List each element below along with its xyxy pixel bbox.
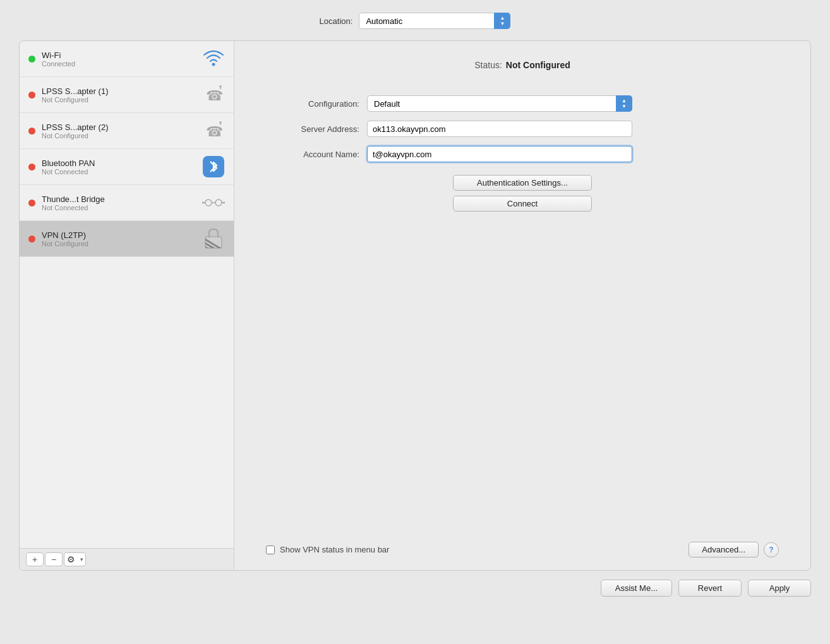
revert-button[interactable]: Revert bbox=[678, 580, 742, 597]
account-name-control bbox=[367, 146, 632, 162]
configuration-label: Configuration: bbox=[266, 99, 367, 109]
vpn-lock-icon bbox=[202, 227, 225, 250]
network-name-thunderbolt: Thunde...t Bridge bbox=[42, 194, 196, 204]
sidebar-item-lpss1[interactable]: LPSS S...apter (1) Not Configured ☎ bbox=[20, 77, 234, 113]
phone-icon-2: ☎ bbox=[202, 119, 225, 142]
status-dot-lpss1 bbox=[28, 92, 35, 98]
status-value: Not Configured bbox=[506, 60, 570, 70]
thunderbolt-icon bbox=[202, 191, 225, 214]
sidebar: Wi-Fi Connected LPSS S...a bbox=[20, 41, 234, 570]
status-dot-lpss2 bbox=[28, 128, 35, 134]
top-bar: Location: Automatic Home Work Custom ▲ ▼ bbox=[19, 13, 811, 29]
server-address-row: Server Address: bbox=[266, 121, 779, 137]
footer-buttons: Assist Me... Revert Apply bbox=[19, 571, 811, 599]
svg-text:☎: ☎ bbox=[206, 88, 223, 104]
svg-text:☎: ☎ bbox=[206, 124, 223, 140]
network-status-vpn: Not Configured bbox=[42, 240, 196, 247]
action-buttons: Authentication Settings... Connect bbox=[266, 175, 779, 212]
sidebar-item-lpss2[interactable]: LPSS S...apter (2) Not Configured ☎ bbox=[20, 113, 234, 149]
apply-button[interactable]: Apply bbox=[748, 580, 811, 597]
network-status-thunderbolt: Not Connected bbox=[42, 204, 196, 212]
gear-arrow-icon: ▾ bbox=[78, 556, 85, 563]
show-vpn-row: Show VPN status in menu bar bbox=[266, 545, 389, 554]
show-vpn-label: Show VPN status in menu bar bbox=[280, 545, 389, 554]
help-button[interactable]: ? bbox=[764, 542, 779, 558]
configuration-select[interactable]: Default Custom bbox=[367, 95, 632, 112]
configuration-select-wrapper[interactable]: Default Custom ▲ ▼ bbox=[367, 95, 632, 112]
bluetooth-icon bbox=[202, 155, 225, 178]
server-address-control bbox=[367, 121, 632, 137]
wifi-icon bbox=[202, 47, 225, 70]
add-network-button[interactable]: + bbox=[26, 552, 44, 566]
show-vpn-checkbox[interactable] bbox=[266, 546, 275, 554]
status-dot-wifi bbox=[28, 56, 35, 63]
sidebar-item-wifi[interactable]: Wi-Fi Connected bbox=[20, 41, 234, 77]
svg-point-7 bbox=[205, 200, 212, 206]
svg-point-13 bbox=[202, 202, 204, 204]
phone-icon-1: ☎ bbox=[202, 83, 225, 106]
server-address-label: Server Address: bbox=[266, 124, 367, 134]
account-name-label: Account Name: bbox=[266, 150, 367, 159]
main-container: Wi-Fi Connected LPSS S...a bbox=[19, 40, 811, 571]
network-status-wifi: Connected bbox=[42, 60, 196, 68]
location-label: Location: bbox=[320, 16, 353, 26]
location-select-wrapper[interactable]: Automatic Home Work Custom ▲ ▼ bbox=[359, 13, 510, 29]
svg-point-0 bbox=[212, 63, 215, 66]
status-label: Status: bbox=[474, 60, 502, 70]
status-dot-bluetooth bbox=[28, 164, 35, 170]
network-name-lpss1: LPSS S...apter (1) bbox=[42, 86, 196, 96]
network-status-bluetooth: Not Connected bbox=[42, 168, 196, 176]
sidebar-item-thunderbolt[interactable]: Thunde...t Bridge Not Connected bbox=[20, 185, 234, 221]
remove-network-button[interactable]: − bbox=[45, 552, 63, 566]
configuration-row: Configuration: Default Custom ▲ ▼ bbox=[266, 95, 779, 112]
sidebar-toolbar: + − ⚙ ▾ bbox=[20, 548, 234, 570]
assist-me-button[interactable]: Assist Me... bbox=[601, 580, 672, 597]
network-name-vpn: VPN (L2TP) bbox=[42, 230, 196, 240]
location-select[interactable]: Automatic Home Work Custom bbox=[359, 13, 510, 29]
gear-menu-button[interactable]: ⚙ ▾ bbox=[64, 552, 86, 566]
server-address-input[interactable] bbox=[367, 121, 632, 137]
network-name-lpss2: LPSS S...apter (2) bbox=[42, 122, 196, 132]
auth-settings-button[interactable]: Authentication Settings... bbox=[453, 175, 592, 191]
status-dot-thunderbolt bbox=[28, 200, 35, 206]
network-name-wifi: Wi-Fi bbox=[42, 51, 196, 60]
svg-rect-14 bbox=[205, 237, 222, 248]
gear-icon: ⚙ bbox=[64, 554, 78, 564]
status-row: Status: Not Configured bbox=[266, 60, 779, 70]
add-icon: + bbox=[32, 554, 37, 564]
status-dot-vpn bbox=[28, 236, 35, 242]
network-status-lpss2: Not Configured bbox=[42, 132, 196, 140]
advanced-button[interactable]: Advanced... bbox=[689, 542, 759, 558]
sidebar-item-vpn[interactable]: VPN (L2TP) Not Configured bbox=[20, 221, 234, 257]
bottom-right-buttons: Advanced... ? bbox=[689, 542, 779, 558]
bottom-bar: Show VPN status in menu bar Advanced... … bbox=[266, 532, 779, 558]
account-name-input[interactable] bbox=[367, 146, 632, 162]
minus-icon: − bbox=[51, 554, 56, 564]
account-name-row: Account Name: bbox=[266, 146, 779, 162]
network-status-lpss1: Not Configured bbox=[42, 96, 196, 104]
network-name-bluetooth: Bluetooth PAN bbox=[42, 158, 196, 168]
svg-point-9 bbox=[215, 200, 222, 206]
connect-button[interactable]: Connect bbox=[453, 196, 592, 212]
svg-point-11 bbox=[224, 202, 226, 204]
right-panel: Status: Not Configured Configuration: De… bbox=[234, 41, 810, 570]
sidebar-item-bluetooth[interactable]: Bluetooth PAN Not Connected bbox=[20, 149, 234, 185]
sidebar-list: Wi-Fi Connected LPSS S...a bbox=[20, 41, 234, 548]
vpn-form: Configuration: Default Custom ▲ ▼ Server… bbox=[266, 95, 779, 532]
